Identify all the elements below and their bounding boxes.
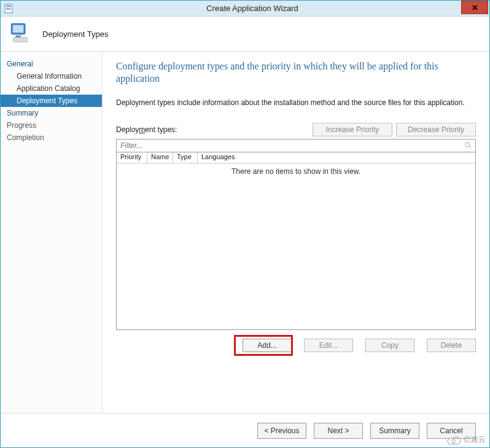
- svg-rect-6: [15, 35, 21, 37]
- svg-point-8: [465, 143, 470, 147]
- sidebar: General General Information Application …: [1, 52, 103, 413]
- sidebar-item-progress: Progress: [1, 119, 102, 132]
- close-icon: ✕: [472, 3, 478, 12]
- filter-input[interactable]: [117, 140, 475, 152]
- cloud-icon: [446, 435, 461, 445]
- previous-button[interactable]: < Previous: [257, 423, 306, 439]
- svg-rect-2: [6, 8, 11, 9]
- svg-rect-7: [14, 37, 28, 42]
- footer: < Previous Next > Summary Cancel: [1, 413, 489, 447]
- step-title: Deployment Types: [42, 29, 108, 39]
- watermark-text: 亿速云: [464, 434, 486, 445]
- svg-point-11: [452, 437, 461, 444]
- svg-rect-3: [6, 9, 11, 10]
- svg-rect-5: [13, 25, 24, 32]
- deployment-types-grid[interactable]: Priority Name Type Languages There are n…: [116, 152, 476, 330]
- deployment-types-label: Deployment types:: [116, 125, 309, 134]
- grid-empty-message: There are no items to show in this view.: [117, 163, 475, 329]
- svg-line-9: [469, 146, 472, 149]
- sidebar-item-app-catalog[interactable]: Application Catalog: [1, 82, 102, 95]
- computer-icon: [8, 20, 34, 48]
- main-heading: Configure deployment types and the prior…: [116, 60, 476, 85]
- watermark: 亿速云: [446, 434, 486, 445]
- sidebar-item-deployment-types[interactable]: Deployment Types: [1, 95, 102, 107]
- search-icon[interactable]: [464, 141, 473, 150]
- next-button[interactable]: Next >: [314, 423, 363, 439]
- wizard-window: Create Application Wizard ✕ Deployment T…: [0, 0, 490, 448]
- add-button[interactable]: Add...: [243, 339, 292, 352]
- app-icon: [4, 3, 15, 14]
- header-band: Deployment Types: [1, 17, 489, 51]
- svg-rect-1: [6, 6, 11, 7]
- body: General General Information Application …: [1, 51, 489, 413]
- close-button[interactable]: ✕: [461, 1, 488, 14]
- col-languages[interactable]: Languages: [198, 152, 475, 163]
- col-name[interactable]: Name: [147, 152, 173, 163]
- col-type[interactable]: Type: [173, 152, 198, 163]
- grid-header: Priority Name Type Languages: [117, 152, 475, 163]
- main-panel: Configure deployment types and the prior…: [103, 52, 489, 413]
- copy-button[interactable]: Copy: [365, 339, 414, 352]
- decrease-priority-button[interactable]: Decrease Priority: [396, 123, 476, 136]
- col-priority[interactable]: Priority: [117, 152, 147, 163]
- edit-button[interactable]: Edit...: [304, 339, 353, 352]
- titlebar: Create Application Wizard ✕: [1, 1, 489, 17]
- grid-action-buttons: Add... Edit... Copy Delete: [116, 339, 476, 352]
- delete-button[interactable]: Delete: [427, 339, 476, 352]
- sidebar-item-summary[interactable]: Summary: [1, 107, 102, 119]
- sidebar-item-general[interactable]: General: [1, 58, 102, 70]
- sidebar-item-completion: Completion: [1, 132, 102, 144]
- increase-priority-button[interactable]: Increase Priority: [313, 123, 392, 136]
- sidebar-item-general-info[interactable]: General Information: [1, 70, 102, 82]
- filter-wrap: [116, 139, 476, 152]
- deployment-types-row: Deployment types: Increase Priority Decr…: [116, 123, 476, 136]
- main-description: Deployment types include information abo…: [116, 98, 476, 107]
- window-title: Create Application Wizard: [15, 4, 489, 13]
- summary-button[interactable]: Summary: [370, 423, 419, 439]
